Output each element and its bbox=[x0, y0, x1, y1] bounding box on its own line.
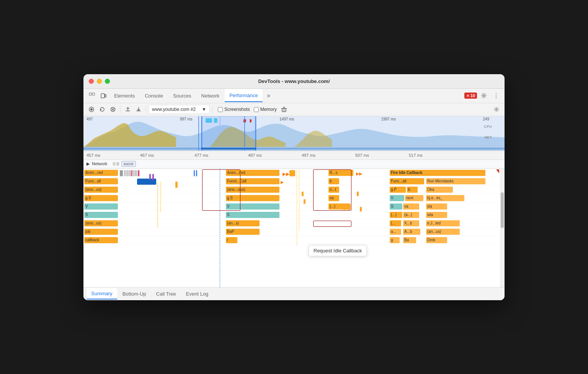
tab-summary[interactable]: Summary bbox=[87, 288, 117, 299]
va-right[interactable]: va bbox=[403, 203, 419, 210]
arrow-funct: ▶ bbox=[281, 180, 284, 185]
ruler-487: 487 ms bbox=[248, 153, 262, 158]
error-badge[interactable]: ✕ 10 bbox=[464, 93, 477, 99]
job-block[interactable]: job bbox=[84, 229, 118, 235]
gp-block[interactable]: g.P bbox=[390, 187, 406, 193]
performance-toolbar: www.youtube.com #2 ▼ Screenshots Memory bbox=[83, 103, 505, 116]
flame-row-6: (ano...us) (an...s) (... X...b e.J...led bbox=[83, 220, 505, 228]
ba-block[interactable]: Ba bbox=[403, 237, 416, 243]
v-block-right[interactable]: V bbox=[390, 195, 404, 201]
screenshots-checkbox[interactable] bbox=[218, 107, 223, 112]
n-t[interactable]: n...t bbox=[328, 187, 339, 193]
flame-chart-area[interactable]: Anim...red bbox=[83, 169, 505, 287]
maximize-button[interactable] bbox=[105, 79, 110, 84]
settings-icon[interactable] bbox=[479, 90, 489, 101]
ruler-507: 507 ms bbox=[355, 153, 369, 158]
oka-block[interactable]: Oka bbox=[426, 187, 453, 193]
devtools-window: DevTools - www.youtube.com/ Elements bbox=[83, 74, 505, 300]
xb-block[interactable]: X...b bbox=[403, 220, 419, 226]
screenshots-checkbox-label[interactable]: Screenshots bbox=[218, 107, 250, 112]
ano-us-2[interactable]: (ano...us) bbox=[84, 220, 118, 226]
ejled-block[interactable]: e.J...led bbox=[426, 220, 460, 226]
ruler-517: 517 ms bbox=[409, 153, 423, 158]
overview-chart: CPU NET bbox=[83, 116, 505, 151]
url-selector[interactable]: www.youtube.com #2 ▼ bbox=[149, 105, 210, 114]
g-block[interactable]: g bbox=[390, 237, 400, 243]
an-us-block[interactable]: (an...us) bbox=[426, 229, 460, 235]
v-block-left[interactable]: V bbox=[84, 203, 118, 210]
download-button[interactable] bbox=[134, 104, 144, 114]
flame-row-3: g.S g.S va V next bj.e...ks_ bbox=[83, 195, 505, 202]
ano-us-1[interactable]: (ano...us) bbox=[84, 187, 118, 193]
bap-block[interactable]: BaP bbox=[226, 229, 260, 235]
purple-mini-1 bbox=[149, 174, 151, 180]
rs-block[interactable]: R...s bbox=[328, 170, 353, 176]
dmb-block[interactable]: Dmb bbox=[426, 237, 447, 243]
tab-network[interactable]: Network bbox=[197, 89, 224, 102]
func-all-1[interactable]: Func...all bbox=[84, 178, 118, 184]
sla-block[interactable]: sla bbox=[426, 203, 447, 210]
tab-console[interactable]: Console bbox=[140, 89, 168, 102]
tab-bottom-up[interactable]: Bottom-Up bbox=[118, 288, 151, 299]
s-block-right[interactable]: S bbox=[390, 203, 402, 210]
selection-start bbox=[198, 116, 199, 151]
svg-rect-22 bbox=[83, 148, 505, 150]
tab-event-log[interactable]: Event Log bbox=[181, 288, 213, 299]
anim-red-1[interactable]: Anim...red bbox=[84, 170, 118, 176]
next-block[interactable]: next bbox=[405, 195, 423, 201]
b-block-1[interactable]: b bbox=[328, 178, 339, 184]
dots-block-2[interactable]: (...) bbox=[390, 212, 402, 218]
b-block-2[interactable]: b bbox=[407, 187, 418, 193]
an-s-block[interactable]: (an...s) bbox=[226, 220, 260, 226]
ab-block[interactable]: A...b bbox=[403, 229, 420, 235]
callback-block[interactable]: callback bbox=[84, 237, 118, 243]
timeline-overview[interactable]: 497 997 ms 1497 ms 1997 ms 249 bbox=[83, 116, 505, 151]
toolbar-sep-1 bbox=[120, 106, 121, 113]
a-dots-2[interactable]: a... bbox=[390, 229, 401, 235]
upload-button[interactable] bbox=[123, 104, 133, 114]
inspect-icon[interactable] bbox=[87, 90, 97, 101]
more-options-icon[interactable]: ⋮ bbox=[491, 90, 501, 101]
network-row: ▶ Network |||| | ||||| succe bbox=[83, 160, 505, 168]
va-1[interactable]: va bbox=[328, 195, 339, 201]
clear-button[interactable] bbox=[108, 104, 118, 114]
pause-marker bbox=[194, 170, 198, 176]
performance-settings-button[interactable] bbox=[492, 104, 501, 114]
device-icon[interactable] bbox=[98, 90, 109, 101]
tab-sources[interactable]: Sources bbox=[168, 89, 196, 102]
bj-block[interactable]: bj.e...ks_ bbox=[426, 195, 464, 201]
memory-checkbox[interactable] bbox=[254, 107, 259, 112]
dots-left[interactable]: (... bbox=[390, 220, 401, 226]
network-expand-icon[interactable]: ▶ bbox=[87, 161, 90, 166]
record-button[interactable] bbox=[87, 104, 96, 114]
a-dots-block[interactable]: (a...) bbox=[403, 212, 419, 218]
funct-call[interactable]: Funct...Call bbox=[226, 178, 279, 184]
scrollbar-thumb[interactable] bbox=[501, 192, 504, 228]
gs-1[interactable]: g.S bbox=[84, 195, 118, 201]
dots-block[interactable]: (...) bbox=[328, 203, 350, 210]
tab-bar: Elements Console Sources Network Perform… bbox=[83, 89, 505, 103]
v-block-mid[interactable]: V bbox=[226, 203, 279, 210]
func-all-right[interactable]: Func...all bbox=[390, 178, 424, 184]
close-button[interactable] bbox=[89, 79, 94, 84]
tab-call-tree[interactable]: Call Tree bbox=[152, 288, 181, 299]
r-block[interactable]: r bbox=[226, 237, 237, 243]
s-block-mid[interactable]: S bbox=[226, 212, 279, 218]
toolbar-sep-2 bbox=[146, 106, 146, 113]
yellow-sm-2 bbox=[348, 204, 351, 210]
ano-ous[interactable]: (ano...ous) bbox=[226, 187, 279, 193]
fire-idle-callback[interactable]: Fire Idle Callback bbox=[390, 170, 485, 176]
gs-2[interactable]: g.S bbox=[226, 195, 279, 201]
minimize-button[interactable] bbox=[97, 79, 102, 84]
anim-ired-1[interactable]: Anim...ired bbox=[226, 170, 279, 176]
scrollbar-track[interactable] bbox=[500, 169, 505, 287]
memory-checkbox-label[interactable]: Memory bbox=[254, 107, 277, 112]
tab-performance[interactable]: Performance bbox=[225, 89, 262, 102]
s-block-left[interactable]: S bbox=[84, 212, 118, 218]
reload-button[interactable] bbox=[97, 104, 107, 114]
more-tabs-button[interactable]: » bbox=[263, 90, 274, 101]
wla-block[interactable]: wla bbox=[426, 212, 447, 218]
tab-elements[interactable]: Elements bbox=[109, 89, 139, 102]
garbage-collect-button[interactable] bbox=[279, 104, 289, 114]
run-microtasks[interactable]: Run Microtasks bbox=[426, 178, 485, 184]
